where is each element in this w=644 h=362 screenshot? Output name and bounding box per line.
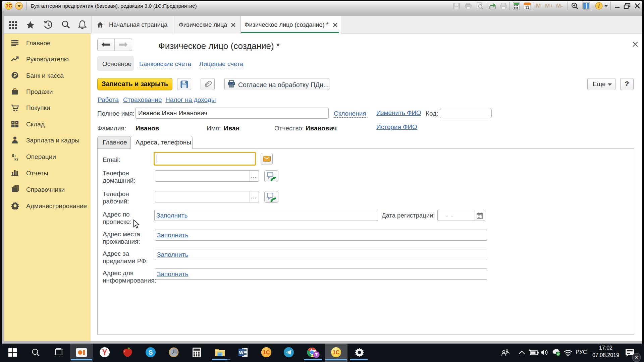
- svg-text:3: 3: [635, 355, 638, 360]
- svg-text:1С: 1С: [263, 350, 270, 355]
- svg-text:S: S: [149, 349, 153, 356]
- svg-text:1С: 1С: [333, 350, 340, 355]
- svg-text:T: T: [315, 353, 318, 357]
- svg-text:W: W: [239, 350, 244, 355]
